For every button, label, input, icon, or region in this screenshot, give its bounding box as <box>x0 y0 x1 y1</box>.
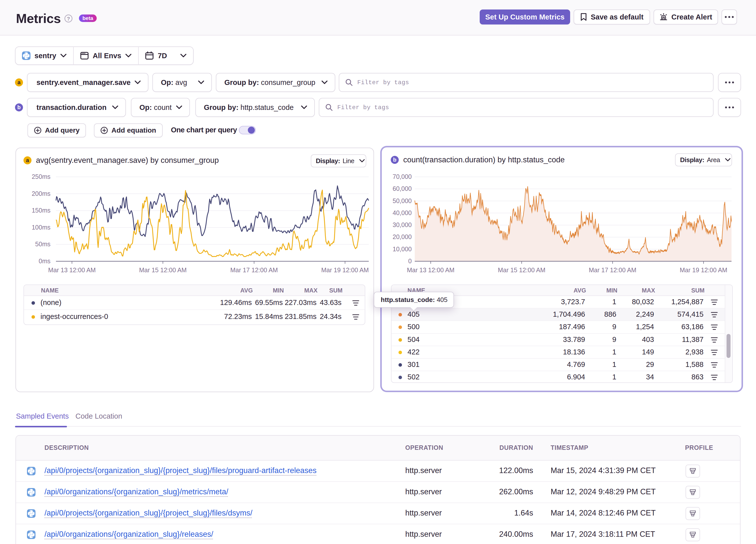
svg-text:50ms: 50ms <box>35 241 50 248</box>
svg-text:10,000: 10,000 <box>393 246 412 253</box>
svg-text:Mar 13 12:00 AM: Mar 13 12:00 AM <box>407 267 454 273</box>
svg-text:70,000: 70,000 <box>393 173 412 180</box>
svg-text:Mar 19 12:00 AM: Mar 19 12:00 AM <box>321 267 369 273</box>
svg-text:200ms: 200ms <box>32 190 50 197</box>
svg-text:Mar 19 12:00 AM: Mar 19 12:00 AM <box>680 267 727 273</box>
svg-text:100ms: 100ms <box>32 224 50 231</box>
svg-text:60,000: 60,000 <box>393 185 412 192</box>
svg-text:0ms: 0ms <box>39 258 50 265</box>
svg-text:250ms: 250ms <box>32 173 50 180</box>
svg-text:20,000: 20,000 <box>393 233 412 240</box>
svg-text:Mar 13 12:00 AM: Mar 13 12:00 AM <box>48 267 96 273</box>
svg-text:Mar 15 12:00 AM: Mar 15 12:00 AM <box>139 267 187 273</box>
svg-text:150ms: 150ms <box>32 207 50 214</box>
svg-text:0: 0 <box>408 258 412 265</box>
svg-text:30,000: 30,000 <box>393 221 412 228</box>
svg-text:Mar 17 12:00 AM: Mar 17 12:00 AM <box>230 267 278 273</box>
svg-text:50,000: 50,000 <box>393 197 412 204</box>
svg-text:40,000: 40,000 <box>393 209 412 216</box>
svg-text:Mar 17 12:00 AM: Mar 17 12:00 AM <box>589 267 636 273</box>
svg-text:Mar 15 12:00 AM: Mar 15 12:00 AM <box>498 267 545 273</box>
